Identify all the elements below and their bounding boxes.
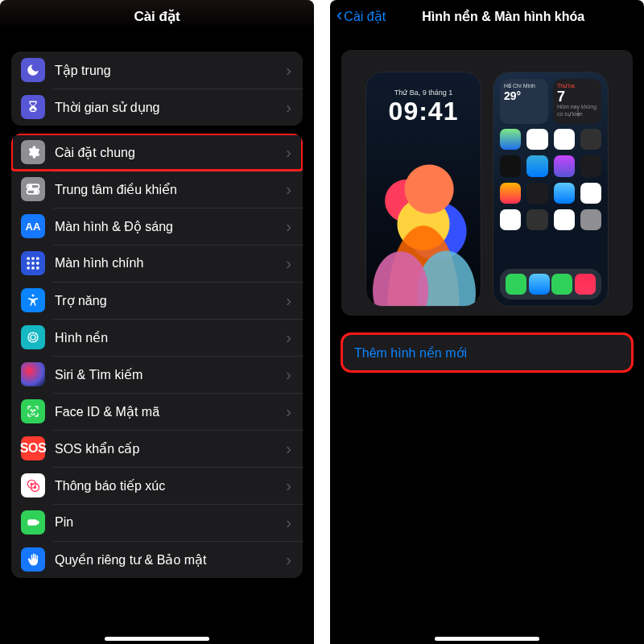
row-label: Màn hình chính: [55, 256, 286, 270]
row-display[interactable]: AA Màn hình & Độ sáng ›: [11, 208, 303, 245]
svg-point-17: [35, 410, 35, 411]
moon-icon: [21, 58, 45, 82]
page-title: Hình nền & Màn hình khóa: [422, 9, 584, 24]
row-faceid[interactable]: Face ID & Mật mã ›: [11, 393, 303, 430]
gear-icon: [21, 140, 45, 164]
row-label: Tập trung: [55, 63, 286, 78]
settings-screen: Cài đặt Tập trung › Thời gian sử dụng › …: [0, 0, 314, 644]
chevron-right-icon: ›: [286, 99, 291, 115]
settings-group: Tập trung › Thời gian sử dụng ›: [11, 52, 303, 126]
svg-point-3: [35, 191, 37, 193]
row-label: Màn hình & Độ sáng: [55, 219, 286, 234]
row-sos[interactable]: SOS SOS khẩn cấp ›: [11, 430, 303, 467]
accessibility-icon: [21, 288, 45, 312]
app-grid-icon: [21, 251, 45, 275]
svg-rect-23: [37, 522, 39, 524]
svg-point-21: [34, 486, 36, 489]
row-label: Pin: [55, 515, 286, 530]
row-screentime[interactable]: Thời gian sử dụng ›: [11, 89, 303, 126]
svg-point-16: [31, 410, 31, 411]
page-title: Cài đặt: [134, 8, 180, 25]
nav-bar: ‹ Cài đặt Hình nền & Màn hình khóa: [330, 0, 644, 32]
svg-rect-10: [27, 266, 30, 269]
home-indicator[interactable]: [435, 637, 539, 641]
row-siri[interactable]: Siri & Tìm kiếm ›: [11, 356, 303, 393]
chevron-right-icon: ›: [286, 181, 291, 197]
chevron-right-icon: ›: [286, 403, 291, 419]
hourglass-icon: [21, 95, 45, 119]
wallpaper-settings-screen: ‹ Cài đặt Hình nền & Màn hình khóa Thứ B…: [330, 0, 644, 644]
add-wallpaper-group: Thêm hình nền mới: [341, 333, 633, 372]
back-label: Cài đặt: [344, 9, 386, 24]
settings-group: Cài đặt chung › Trung tâm điều khiển › A…: [11, 134, 303, 578]
row-control-center[interactable]: Trung tâm điều khiển ›: [11, 171, 303, 208]
row-label: SOS khẩn cấp: [55, 441, 286, 456]
svg-point-15: [31, 335, 35, 340]
row-label: Thông báo tiếp xúc: [55, 478, 286, 493]
svg-point-20: [31, 483, 33, 485]
svg-point-13: [32, 295, 35, 297]
siri-icon: [21, 362, 45, 386]
svg-rect-7: [27, 262, 30, 264]
row-label: Trung tâm điều khiển: [55, 182, 286, 197]
action-label: Thêm hình nền mới: [354, 345, 467, 361]
sos-icon: SOS: [21, 436, 45, 460]
aa-icon: AA: [21, 214, 45, 238]
svg-rect-9: [36, 262, 39, 264]
row-label: Quyền riêng tư & Bảo mật: [55, 552, 286, 568]
svg-point-1: [29, 185, 31, 188]
home-screen-preview[interactable]: Hồ Chí Minh 29° Thứ ba 7 Hôm nay không c…: [493, 72, 608, 306]
app-grid: [500, 129, 601, 230]
row-battery[interactable]: Pin ›: [11, 504, 303, 541]
row-home-screen[interactable]: Màn hình chính ›: [11, 245, 303, 282]
row-general[interactable]: Cài đặt chung ›: [11, 134, 303, 171]
svg-rect-8: [31, 262, 34, 264]
row-label: Trợ năng: [55, 293, 286, 308]
chevron-right-icon: ›: [286, 255, 291, 271]
chevron-right-icon: ›: [286, 551, 291, 568]
row-label: Hình nền: [55, 330, 286, 345]
row-label: Cài đặt chung: [55, 145, 286, 160]
chevron-right-icon: ›: [286, 477, 291, 493]
chevron-right-icon: ›: [286, 440, 291, 456]
svg-rect-6: [36, 258, 39, 260]
svg-rect-5: [31, 258, 34, 260]
wallpaper-icon: [21, 325, 45, 349]
lock-screen-preview[interactable]: Thứ Ba, 9 tháng 1 09:41: [366, 72, 481, 306]
home-indicator[interactable]: [105, 637, 209, 641]
chevron-right-icon: ›: [286, 329, 291, 345]
svg-rect-12: [36, 266, 39, 269]
row-wallpaper[interactable]: Hình nền ›: [11, 319, 303, 356]
dock: [500, 269, 601, 299]
battery-icon: [21, 510, 45, 535]
row-accessibility[interactable]: Trợ năng ›: [11, 282, 303, 319]
exposure-icon: [21, 473, 45, 497]
row-label: Thời gian sử dụng: [55, 100, 286, 115]
back-button[interactable]: ‹ Cài đặt: [336, 7, 386, 25]
chevron-right-icon: ›: [286, 62, 291, 78]
calendar-widget: Thứ ba 7 Hôm nay không có sự kiện: [553, 79, 601, 124]
svg-rect-4: [27, 258, 30, 260]
lock-date: Thứ Ba, 9 tháng 1: [366, 89, 481, 97]
row-focus[interactable]: Tập trung ›: [11, 52, 303, 89]
nav-bar: Cài đặt: [0, 0, 314, 32]
chevron-right-icon: ›: [286, 514, 291, 530]
chevron-right-icon: ›: [286, 292, 291, 308]
chevron-left-icon: ‹: [336, 6, 342, 24]
chevron-right-icon: ›: [286, 144, 291, 160]
chevron-right-icon: ›: [286, 366, 291, 382]
hand-icon: [21, 547, 45, 572]
toggles-icon: [21, 177, 45, 201]
row-label: Face ID & Mật mã: [55, 404, 286, 419]
chevron-right-icon: ›: [286, 218, 291, 234]
svg-rect-11: [31, 266, 34, 269]
wallpaper-preview-panel: Thứ Ba, 9 tháng 1 09:41 Hồ Chí Minh 29° …: [341, 50, 633, 316]
row-privacy[interactable]: Quyền riêng tư & Bảo mật ›: [11, 541, 303, 578]
weather-widget: Hồ Chí Minh 29°: [500, 79, 548, 124]
row-label: Siri & Tìm kiếm: [55, 367, 286, 382]
faceid-icon: [21, 399, 45, 423]
lock-time: 09:41: [366, 97, 481, 126]
add-wallpaper-button[interactable]: Thêm hình nền mới: [341, 333, 633, 372]
row-exposure[interactable]: Thông báo tiếp xúc ›: [11, 467, 303, 504]
svg-rect-22: [28, 520, 37, 525]
